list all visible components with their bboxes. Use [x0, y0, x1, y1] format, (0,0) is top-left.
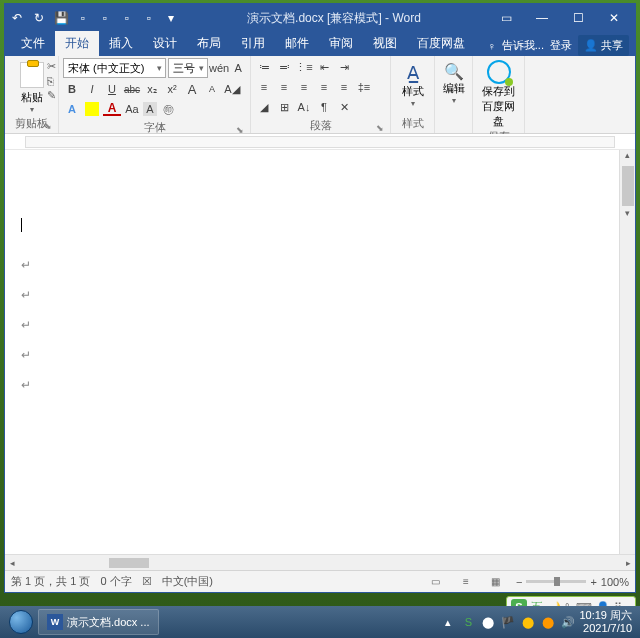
language-status[interactable]: 中文(中国): [162, 574, 213, 589]
tray-icon[interactable]: S: [461, 615, 475, 629]
numbering-icon[interactable]: ≕: [275, 58, 293, 76]
scroll-thumb[interactable]: [109, 558, 149, 568]
char-shading-icon[interactable]: A: [143, 102, 157, 116]
tray-icon[interactable]: ⬤: [521, 615, 535, 629]
login-button[interactable]: 登录: [550, 38, 572, 53]
borders-icon[interactable]: ⊞: [275, 98, 293, 116]
launcher-icon[interactable]: ⬊: [44, 121, 52, 131]
justify-icon[interactable]: ≡: [315, 78, 333, 96]
tab-view[interactable]: 视图: [363, 31, 407, 56]
dec-indent-icon[interactable]: ⇤: [315, 58, 333, 76]
tab-baidu[interactable]: 百度网盘: [407, 31, 475, 56]
zoom-percent[interactable]: 100%: [601, 576, 629, 588]
tab-review[interactable]: 审阅: [319, 31, 363, 56]
tellme-icon[interactable]: ♀: [488, 40, 496, 52]
scroll-up-icon[interactable]: ▴: [620, 150, 635, 164]
page[interactable]: ↵ ↵ ↵ ↵ ↵: [5, 150, 605, 554]
edit-button[interactable]: 🔍 编辑 ▾: [439, 62, 468, 105]
underline-button[interactable]: U: [103, 80, 121, 98]
web-layout-icon[interactable]: ▦: [486, 574, 506, 590]
tab-references[interactable]: 引用: [231, 31, 275, 56]
read-mode-icon[interactable]: ▭: [426, 574, 446, 590]
tray-up-icon[interactable]: ▴: [441, 615, 455, 629]
scroll-left-icon[interactable]: ◂: [5, 558, 19, 568]
taskbar-word-button[interactable]: W 演示文档.docx ...: [38, 609, 159, 635]
italic-button[interactable]: I: [83, 80, 101, 98]
minimize-button[interactable]: —: [525, 8, 559, 28]
tray-icon[interactable]: ⬤: [481, 615, 495, 629]
save-baidu-button[interactable]: 保存到 百度网盘: [477, 60, 520, 129]
enclose-icon[interactable]: ㊞: [159, 100, 177, 118]
scroll-thumb[interactable]: [622, 166, 634, 206]
tab-file[interactable]: 文件: [11, 31, 55, 56]
tab-layout[interactable]: 布局: [187, 31, 231, 56]
font-name-combo[interactable]: 宋体 (中文正文): [63, 58, 166, 78]
inc-indent-icon[interactable]: ⇥: [335, 58, 353, 76]
superscript-button[interactable]: x²: [163, 80, 181, 98]
share-button[interactable]: 👤 共享: [578, 35, 629, 56]
text-direction-icon[interactable]: ✕: [335, 98, 353, 116]
qat-icon[interactable]: ▫: [75, 8, 91, 28]
shrink-font-icon[interactable]: A: [203, 80, 221, 98]
font-color-icon[interactable]: A: [103, 102, 121, 116]
print-layout-icon[interactable]: ≡: [456, 574, 476, 590]
qat-icon[interactable]: ▫: [141, 8, 157, 28]
save-icon[interactable]: 💾: [53, 8, 69, 28]
tellme-text[interactable]: 告诉我...: [502, 38, 544, 53]
grow-font-icon[interactable]: A: [183, 80, 201, 98]
styles-button[interactable]: A̲ 样式 ▾: [395, 62, 430, 108]
close-button[interactable]: ✕: [597, 8, 631, 28]
font-size-combo[interactable]: 三号: [168, 58, 208, 78]
tray-icon[interactable]: ⬤: [541, 615, 555, 629]
bullets-icon[interactable]: ≔: [255, 58, 273, 76]
copy-icon[interactable]: ⎘: [47, 75, 56, 87]
change-case-icon[interactable]: Aa: [123, 100, 141, 118]
clear-format-icon[interactable]: A◢: [223, 80, 241, 98]
tab-home[interactable]: 开始: [55, 31, 99, 56]
subscript-button[interactable]: x₂: [143, 80, 161, 98]
tab-mailings[interactable]: 邮件: [275, 31, 319, 56]
document-area[interactable]: ↵ ↵ ↵ ↵ ↵ ▴ ▾: [5, 150, 635, 554]
scroll-right-icon[interactable]: ▸: [621, 558, 635, 568]
vertical-scrollbar[interactable]: ▴ ▾: [619, 150, 635, 554]
phonetic-icon[interactable]: wén: [210, 59, 228, 77]
start-button[interactable]: [4, 608, 38, 636]
qat-icon[interactable]: ▫: [97, 8, 113, 28]
show-marks-icon[interactable]: ¶: [315, 98, 333, 116]
word-count[interactable]: 0 个字: [100, 574, 131, 589]
redo-icon[interactable]: ↻: [31, 8, 47, 28]
tray-flag-icon[interactable]: 🏴: [501, 615, 515, 629]
tab-design[interactable]: 设计: [143, 31, 187, 56]
char-border-icon[interactable]: A: [230, 59, 246, 77]
launcher-icon[interactable]: ⬊: [376, 123, 384, 133]
page-status[interactable]: 第 1 页，共 1 页: [11, 574, 90, 589]
text-effects-icon[interactable]: A: [63, 100, 81, 118]
ruler[interactable]: [5, 134, 635, 150]
line-spacing-icon[interactable]: ‡≡: [355, 78, 373, 96]
qat-more-icon[interactable]: ▾: [163, 8, 179, 28]
sort-icon[interactable]: A↓: [295, 98, 313, 116]
cut-icon[interactable]: ✂: [47, 60, 56, 73]
shading-icon[interactable]: ◢: [255, 98, 273, 116]
zoom-slider[interactable]: [526, 580, 586, 583]
scroll-down-icon[interactable]: ▾: [620, 208, 635, 222]
horizontal-scrollbar[interactable]: ◂ ▸: [5, 554, 635, 570]
maximize-button[interactable]: ☐: [561, 8, 595, 28]
align-left-icon[interactable]: ≡: [255, 78, 273, 96]
highlight-icon[interactable]: [83, 100, 101, 118]
taskbar-clock[interactable]: 10:19 周六 2021/7/10: [575, 609, 636, 635]
align-center-icon[interactable]: ≡: [275, 78, 293, 96]
multilevel-icon[interactable]: ⋮≡: [295, 58, 313, 76]
strike-button[interactable]: abc: [123, 80, 141, 98]
distribute-icon[interactable]: ≡: [335, 78, 353, 96]
bold-button[interactable]: B: [63, 80, 81, 98]
format-painter-icon[interactable]: ✎: [47, 89, 56, 102]
undo-icon[interactable]: ↶: [9, 8, 25, 28]
ribbon-opts-icon[interactable]: ▭: [489, 8, 523, 28]
zoom-in-button[interactable]: +: [590, 576, 596, 588]
spellcheck-icon[interactable]: ☒: [142, 575, 152, 588]
tab-insert[interactable]: 插入: [99, 31, 143, 56]
align-right-icon[interactable]: ≡: [295, 78, 313, 96]
zoom-out-button[interactable]: −: [516, 576, 522, 588]
qat-icon[interactable]: ▫: [119, 8, 135, 28]
